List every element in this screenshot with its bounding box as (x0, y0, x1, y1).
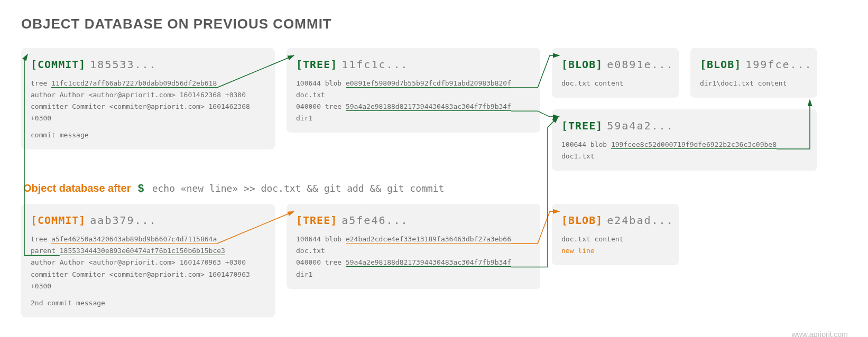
blob-card-1: [BLOB]e0891e... doc.txt content (552, 48, 679, 98)
object-type: [TREE] (296, 214, 337, 227)
blob-new-line: new line (561, 245, 669, 257)
object-hash: 185533... (90, 58, 156, 71)
blob-content: doc.txt content (561, 78, 669, 89)
card-header: [BLOB]199fce... (700, 55, 808, 73)
tree-blob-line: 100644 blob e0891ef59809d7b55b92fcdfb91a… (296, 78, 531, 101)
object-type: [BLOB] (561, 214, 603, 227)
card-header: [TREE]59a4a2... (561, 117, 808, 135)
object-hash: 199fce... (745, 58, 812, 71)
commit-card-1: [COMMIT]185533... tree 11fc1ccd27aff66ab… (21, 48, 275, 149)
row-before: [COMMIT]185533... tree 11fc1ccd27aff66ab… (21, 48, 847, 171)
commit-tree-line: tree a5fe46250a3420643ab89bd9b6607c4d711… (31, 233, 265, 245)
blob-card-3: [BLOB]e24bad... doc.txt content new line (552, 204, 679, 265)
blob-card-2: [BLOB]199fce... dir1\doc1.txt content (690, 48, 817, 98)
object-type: [BLOB] (561, 58, 603, 71)
interline-label: Object database after (23, 182, 131, 194)
interline-heading: Object database after $ echo «new line» … (23, 182, 847, 194)
row-after: [COMMIT]aab379... tree a5fe46250a3420643… (21, 204, 847, 317)
commit-parent-line: parent 18553344430e893e60474af76b1c150b6… (31, 245, 265, 257)
card-header: [BLOB]e24bad... (561, 211, 669, 229)
commit-message: 2nd commit message (31, 297, 265, 309)
tree-card-1: [TREE]11fc1c... 100644 blob e0891ef59809… (287, 48, 540, 133)
tree-hash-link: 11fc1ccd27aff66ab7227b0dabb09d56df2eb618 (51, 79, 217, 88)
object-type: [COMMIT] (31, 214, 86, 227)
card-header: [COMMIT]aab379... (31, 211, 265, 229)
commit-author: author Author <author@apriorit.com> 1601… (31, 257, 265, 268)
tree-card-3: [TREE]a5fe46... 100644 blob e24bad2cdce4… (287, 204, 540, 288)
blob-content: doc.txt content (561, 233, 669, 245)
card-header: [COMMIT]185533... (31, 55, 265, 73)
commit-committer: committer Commiter <commiter@apriorit.co… (31, 269, 265, 292)
shell-command: echo «new line» >> doc.txt && git add &&… (152, 183, 445, 194)
card-header: [TREE]11fc1c... (296, 55, 531, 73)
prompt-dollar: $ (138, 182, 144, 194)
card-header: [TREE]a5fe46... (296, 211, 531, 229)
tree-card-2: [TREE]59a4a2... 100644 blob 199fcee8c52d… (552, 109, 817, 171)
card-header: [BLOB]e0891e... (561, 55, 669, 73)
object-hash: a5fe46... (341, 214, 408, 227)
tree-tree-line: 040000 tree 59a4a2e98188d8217394430483ac… (296, 257, 531, 280)
object-hash: 11fc1c... (341, 58, 408, 71)
watermark: www.apriorit.com (791, 330, 848, 337)
object-type: [TREE] (296, 58, 337, 71)
commit-tree-line: tree 11fc1ccd27aff66ab7227b0dabb09d56df2… (31, 78, 265, 89)
blob-content: dir1\doc1.txt content (700, 78, 808, 89)
object-hash: e24bad... (607, 214, 673, 227)
tree-hash-link: 59a4a2e98188d8217394430483ac304f7fb9b34f (346, 258, 511, 267)
object-type: [BLOB] (700, 58, 741, 71)
commit-author: author Author <author@apriorit.com> 1601… (31, 89, 265, 101)
parent-hash-link: 18553344430e893e60474af76b1c150b6b15bce3 (60, 247, 225, 255)
blob-hash-link: e0891ef59809d7b55b92fcdfb91abd20983b820f (346, 79, 511, 88)
tree-hash-link: 59a4a2e98188d8217394430483ac304f7fb9b34f (346, 102, 511, 111)
tree-blob-line: 100644 blob 199fcee8c52d000719f9dfe6922b… (561, 139, 808, 162)
page-title: OBJECT DATABASE ON PREVIOUS COMMIT (21, 16, 847, 32)
tree-blob-line: 100644 blob e24bad2cdce4ef33e13189fa3646… (296, 233, 531, 257)
commit-message: commit message (31, 129, 265, 141)
object-hash: aab379... (90, 214, 156, 227)
tree-tree-line: 040000 tree 59a4a2e98188d8217394430483ac… (296, 101, 531, 124)
object-hash: e0891e... (607, 58, 673, 71)
diagram-stage: [COMMIT]185533... tree 11fc1ccd27aff66ab… (21, 48, 847, 317)
object-type: [COMMIT] (31, 58, 86, 71)
blob-hash-link: 199fcee8c52d000719f9dfe6922b2c36c3c09be8 (611, 141, 777, 149)
tree-hash-link: a5fe46250a3420643ab89bd9b6607c4d7115864a (51, 235, 217, 244)
object-hash: 59a4a2... (607, 119, 673, 132)
object-type: [TREE] (561, 119, 603, 132)
commit-committer: committer Commiter <commiter@apriorit.co… (31, 101, 265, 124)
commit-card-2: [COMMIT]aab379... tree a5fe46250a3420643… (21, 204, 275, 317)
blob-hash-link: e24bad2cdce4ef33e13189fa36463dbf27a3eb66 (346, 235, 511, 244)
